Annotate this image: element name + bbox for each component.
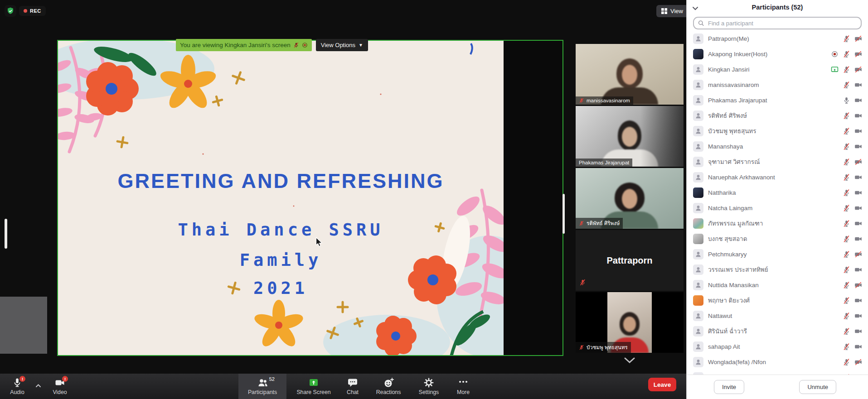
slide-line-4: 2021 xyxy=(58,279,504,298)
participant-row[interactable]: Nattawut xyxy=(687,308,868,323)
recording-indicator: REC xyxy=(19,6,46,16)
collapse-panel-chevron[interactable] xyxy=(692,4,698,12)
video-thumbnail[interactable]: Phakamas Jirajarupat xyxy=(576,106,684,167)
participant-name: จุฑามาศ วิศรากรณ์ xyxy=(708,157,843,167)
participant-status-icons xyxy=(843,281,862,289)
video-thumbnail-no-video[interactable]: Pattraporn xyxy=(576,230,684,291)
participant-list: Pattraporn(Me) Akapong Inkuer(Host) King… xyxy=(687,31,868,375)
participant-avatar xyxy=(693,264,703,275)
meeting-toolbar: ! Audio ! Video 52 Participants xyxy=(0,374,686,399)
participant-name: Naruephak Arkhawanont xyxy=(708,174,843,181)
participant-row[interactable]: ศิรินันท์ ฉ่ำวารี xyxy=(687,323,868,339)
person-icon xyxy=(695,66,702,73)
view-button[interactable]: View xyxy=(656,5,688,17)
participant-row[interactable]: Natcha Laingam xyxy=(687,200,868,216)
chat-button[interactable]: Chat xyxy=(341,374,364,399)
ellipsis-icon xyxy=(458,378,468,388)
participant-row[interactable]: Wonglada(fefa) /Nfon xyxy=(687,354,868,370)
participant-row[interactable]: บงกช สุขสอาด xyxy=(687,231,868,246)
share-screen-button[interactable]: Share Screen xyxy=(291,374,336,399)
video-thumbnails-strip: manissavasinarom Phakamas Jirajarupat รต… xyxy=(576,44,684,365)
participants-count-badge: 52 xyxy=(269,376,275,382)
participant-row[interactable]: Pattraporn(Me) xyxy=(687,31,868,46)
collapse-thumbnails-chevron[interactable] xyxy=(621,357,638,365)
audio-options-chevron[interactable] xyxy=(33,382,44,389)
participant-status-icons xyxy=(843,266,862,274)
participant-row[interactable]: Phakamas Jirajarupat xyxy=(687,92,868,108)
left-scrollbar-handle[interactable] xyxy=(5,219,7,249)
video-thumbnail[interactable]: บัวชมพู พุทธสุนทร xyxy=(576,292,684,353)
person-icon xyxy=(695,328,702,335)
invite-button[interactable]: Invite xyxy=(714,380,744,394)
audio-button[interactable]: ! Audio xyxy=(5,374,30,399)
person-icon xyxy=(695,205,702,212)
video-thumbnail[interactable]: รติพัทธ์ ศิริพงษ์ xyxy=(576,168,684,229)
participant-avatar xyxy=(693,80,703,90)
participant-name: รติพัทธ์ ศิริพงษ์ xyxy=(708,111,843,120)
settings-button[interactable]: Settings xyxy=(412,374,445,399)
participants-panel-title: Participants (52) xyxy=(687,0,868,11)
reactions-label: Reactions xyxy=(376,389,401,395)
participant-status-icons xyxy=(831,66,862,73)
thumbnail-name-label: Phakamas Jirajarupat xyxy=(576,159,632,167)
participant-name: sahapap Ait xyxy=(708,343,843,350)
participant-name: วรรณเพร ประสาททิพย์ xyxy=(708,264,843,274)
banner-muted-mic-icon xyxy=(293,42,299,48)
participant-row[interactable]: Petchmukaryy xyxy=(687,246,868,262)
person-icon xyxy=(695,143,702,150)
participant-row[interactable]: Nattharika xyxy=(687,185,868,200)
search-input[interactable] xyxy=(707,19,857,27)
video-button[interactable]: ! Video xyxy=(47,374,73,399)
participant-name: บงกช สุขสอาด xyxy=(708,234,843,244)
video-thumbnail[interactable]: manissavasinarom xyxy=(576,44,684,105)
participant-status-icons xyxy=(843,297,862,304)
participant-row[interactable]: manissavasinarom xyxy=(687,77,868,92)
participant-name: Akapong Inkuer(Host) xyxy=(708,51,831,58)
participant-avatar xyxy=(693,49,703,59)
participant-status-icons xyxy=(843,96,862,104)
participant-row[interactable]: วรรณเพร ประสาททิพย์ xyxy=(687,262,868,277)
participant-row[interactable]: Mananshaya xyxy=(687,139,868,154)
slide-line-3: Family xyxy=(58,250,504,270)
participant-name: ศิรินันท์ ฉ่ำวารี xyxy=(708,326,843,336)
person-icon xyxy=(695,312,702,319)
participant-row[interactable]: Nuttida Manasikan xyxy=(687,277,868,293)
view-options-label: View Options xyxy=(321,42,355,48)
participant-row[interactable]: Kingkan Jansiri xyxy=(687,62,868,77)
participant-row[interactable]: พฤกษา ดิยะวงศ์ xyxy=(687,293,868,308)
chevron-down-icon: ▼ xyxy=(359,43,363,48)
slide-decorations xyxy=(58,41,504,355)
view-options-button[interactable]: View Options ▼ xyxy=(316,39,368,51)
participant-search[interactable] xyxy=(693,17,862,29)
person-icon xyxy=(695,359,702,365)
participant-row[interactable]: จุฑามาศ วิศรากรณ์ xyxy=(687,154,868,169)
more-button[interactable]: More xyxy=(451,374,476,399)
participant-row[interactable]: Naruephak Arkhawanont xyxy=(687,169,868,185)
participant-row[interactable]: บัวชมพู พุทธสุนทร xyxy=(687,123,868,139)
reactions-button[interactable]: Reactions xyxy=(369,374,408,399)
participant-name: Nattawut xyxy=(708,312,843,319)
participant-row[interactable]: sahapap Ait xyxy=(687,339,868,354)
view-button-label: View xyxy=(670,8,683,14)
muted-mic-icon xyxy=(579,279,586,288)
person-icon xyxy=(695,112,702,119)
participant-row[interactable]: รติพัทธ์ ศิริพงษ์ xyxy=(687,108,868,123)
participant-status-icons xyxy=(843,173,862,181)
participant-name: พฤกษา ดิยะวงศ์ xyxy=(708,295,843,305)
participant-avatar xyxy=(693,172,703,183)
leave-button[interactable]: Leave xyxy=(648,378,676,391)
participant-avatar xyxy=(693,249,703,260)
participant-row[interactable]: Akapong Inkuer(Host) xyxy=(687,46,868,62)
participants-button[interactable]: 52 Participants xyxy=(238,374,286,399)
participant-avatar xyxy=(693,203,703,213)
participant-status-icons xyxy=(843,35,862,43)
participant-name: Kingkan Jansiri xyxy=(708,66,831,73)
unmute-button[interactable]: Unmute xyxy=(799,380,836,394)
security-shield-icon[interactable] xyxy=(5,5,16,17)
person-icon xyxy=(695,174,702,181)
panel-resize-handle[interactable] xyxy=(563,194,565,234)
participant-row[interactable]: ภัทรพรรณ มูลกัณฑา xyxy=(687,216,868,231)
participant-status-icons xyxy=(843,204,862,212)
participant-name: Mananshaya xyxy=(708,143,843,150)
participant-status-icons xyxy=(843,250,862,258)
